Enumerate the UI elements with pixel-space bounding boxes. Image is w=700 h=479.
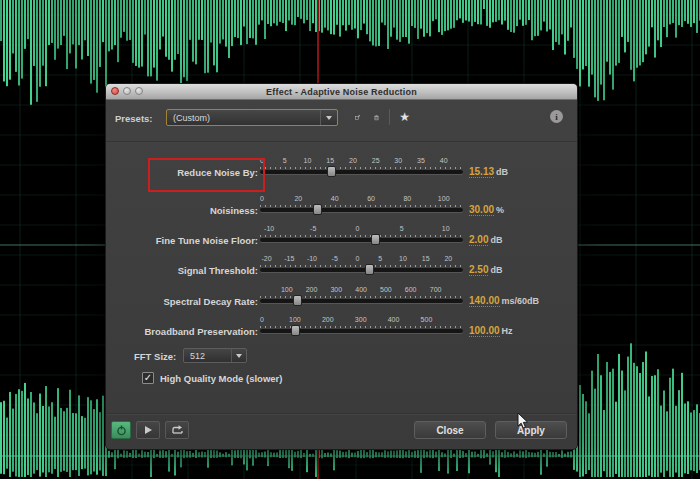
tick-label: 40 [440,157,448,164]
mouse-cursor [515,412,531,430]
tick-label: 600 [405,286,417,293]
minimize-window-icon[interactable] [123,87,131,95]
presets-label: Presets: [115,113,153,124]
value-unit: % [496,205,504,215]
checkbox-checked-icon[interactable]: ✓ [142,372,154,384]
tick-marks [260,204,463,207]
tick-label: 40 [331,195,339,202]
slider-thumb[interactable] [327,166,336,177]
value-unit: dB [490,235,502,245]
slider-value[interactable]: 100.00Hz [469,325,513,336]
slider-thumb[interactable] [365,264,374,275]
tick-label: -15 [284,255,294,262]
slider-row: Fine Tune Noise Floor:-10-505102.00dB [106,224,577,254]
slider-value[interactable]: 15.13dB [469,166,508,177]
tick-label: -10 [307,255,317,262]
slider-value[interactable]: 140.00ms/60dB [469,295,539,306]
slider-track[interactable] [260,299,463,303]
tick-label: 700 [430,286,442,293]
slider-label: Signal Threshold: [106,265,258,276]
slider-scale: 020406080100 [260,194,463,204]
play-icon[interactable] [136,421,160,439]
fft-size-dropdown[interactable]: 512 [183,348,247,363]
slider-track[interactable] [260,329,463,333]
tick-label: -20 [261,255,271,262]
presets-row: Presets: (Custom) ★ i [106,99,577,141]
close-window-icon[interactable] [111,87,119,95]
tick-label: 100 [281,286,293,293]
tick-label: 500 [380,286,392,293]
tick-label: 0 [355,255,359,262]
dialog-titlebar[interactable]: Effect - Adaptive Noise Reduction [106,84,577,100]
star-icon[interactable]: ★ [396,109,413,125]
tick-label: 35 [417,157,425,164]
value-number[interactable]: 100.00 [469,325,500,337]
divider [106,413,577,415]
tick-marks [260,234,463,237]
value-number[interactable]: 2.50 [469,264,488,276]
slider-track[interactable] [260,268,463,272]
tick-label: 80 [403,195,411,202]
transport-controls [111,421,189,439]
value-number[interactable]: 2.00 [469,234,488,246]
slider-scale: 0100200300400500 [260,315,463,325]
slider-thumb[interactable] [313,204,322,215]
save-preset-icon[interactable] [349,109,366,125]
tick-label: 200 [322,316,334,323]
info-icon[interactable]: i [550,110,563,123]
close-button[interactable]: Close [414,421,486,439]
tick-label: 25 [372,157,380,164]
fft-size-value: 512 [184,351,231,361]
tick-label: 100 [438,195,450,202]
tick-label: 200 [306,286,318,293]
value-number[interactable]: 140.00 [469,295,500,307]
tick-label: 15 [326,157,334,164]
trash-icon[interactable] [368,109,385,125]
presets-dropdown[interactable]: (Custom) [166,109,338,126]
dialog-title: Effect - Adaptive Noise Reduction [266,87,417,97]
loop-icon[interactable] [165,421,189,439]
slider-thumb[interactable] [293,295,302,306]
power-icon[interactable] [111,421,131,439]
tick-label: 5 [378,255,382,262]
slider-value[interactable]: 30.00% [469,204,504,215]
tick-label: 400 [355,286,367,293]
slider-label: Fine Tune Noise Floor: [106,235,258,246]
slider-scale: 0510152025303540 [260,156,463,166]
slider-label: Spectral Decay Rate: [106,296,258,307]
slider-thumb[interactable] [371,234,380,245]
slider-row: Broadband Preservation:01002003004005001… [106,315,577,345]
slider-scale: 100200300400500600700 [260,285,463,295]
tick-label: 10 [304,157,312,164]
tick-label: 100 [289,316,301,323]
tick-label: 10 [442,225,450,232]
high-quality-mode-row[interactable]: ✓ High Quality Mode (slower) [142,372,282,384]
slider-value[interactable]: 2.50dB [469,264,502,275]
slider-track[interactable] [260,238,463,242]
value-number[interactable]: 30.00 [469,204,494,216]
slider-thumb[interactable] [291,325,300,336]
presets-dropdown-value: (Custom) [167,113,320,123]
tick-label: 0 [355,225,359,232]
value-unit: Hz [502,326,513,336]
tick-marks [260,166,463,169]
tick-label: 5 [283,157,287,164]
fft-size-label: FFT Size: [134,351,176,362]
tick-label: -5 [332,255,338,262]
chevron-down-icon [320,110,337,125]
zoom-window-icon[interactable] [135,87,143,95]
value-unit: dB [490,265,502,275]
tick-label: 5 [400,225,404,232]
chevron-down-icon [231,349,246,362]
tick-label: 20 [294,195,302,202]
highlight-annotation-box [148,158,265,192]
slider-value[interactable]: 2.00dB [469,234,502,245]
value-number[interactable]: 15.13 [469,166,494,178]
slider-row: Noisiness:02040608010030.00% [106,194,577,224]
slider-track[interactable] [260,170,463,174]
slider-track[interactable] [260,208,463,212]
slider-label: Broadband Preservation: [106,326,258,337]
apply-button[interactable]: Apply [495,421,567,439]
slider-row: Spectral Decay Rate:10020030040050060070… [106,285,577,315]
tick-label: 20 [349,157,357,164]
